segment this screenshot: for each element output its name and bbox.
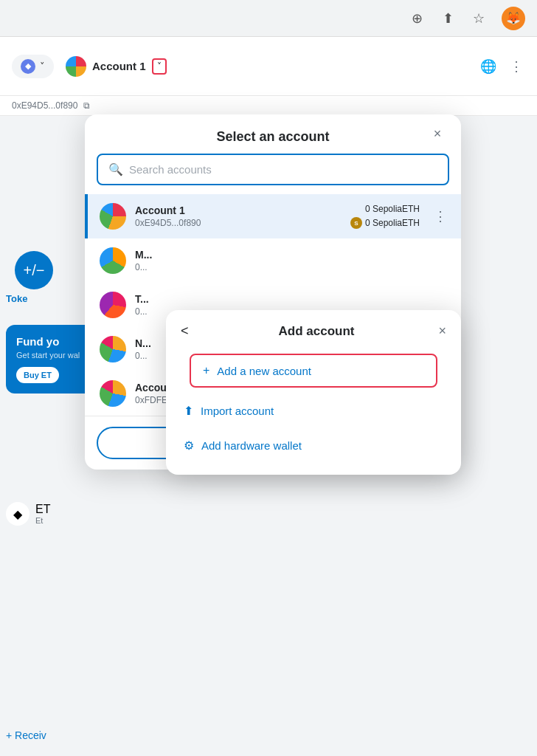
eth-token-info: ET Et [35,503,50,525]
token-tab[interactable]: Toke [6,293,27,304]
account-item-2[interactable]: M... 0... [85,238,461,283]
receive-button[interactable]: + Receiv [6,729,46,741]
close-icon: × [434,126,442,142]
chevron-down-icon: ˅ [157,61,162,72]
copy-icon[interactable]: ⧉ [83,100,90,111]
account-name-header: Account 1 [92,60,146,72]
account-balance-1: 0 SepoliaETH S 0 SepoliaETH [350,204,420,229]
select-modal-header: Select an account × [85,114,461,154]
account-name-1: Account 1 [135,205,342,216]
metamask-header: ◆ ˅ Account 1 ˅ 🌐 ⋮ [0,37,537,96]
account-avatar-5 [100,380,126,407]
add-new-account-icon: + [203,364,209,377]
sepolia-badge-1: S [350,217,362,229]
zoom-icon[interactable]: ⊕ [409,10,425,27]
account-avatar-4 [100,336,126,362]
account-more-btn-1[interactable]: ⋮ [432,207,449,225]
star-icon[interactable]: ☆ [471,10,487,27]
header-icons: 🌐 ⋮ [479,58,525,75]
chevron-left-icon: < [181,323,189,338]
add-modal-close-icon: × [438,323,446,338]
import-account-icon: ⬆ [184,404,193,418]
import-account-option[interactable]: ⬆ Import account [166,394,461,428]
add-new-account-option[interactable]: + Add a new account [190,354,437,388]
account-item-1[interactable]: Account 1 0xE94D5...0f890 0 SepoliaETH S… [85,194,461,238]
eth-list-item: ◆ ET Et [6,502,50,526]
globe-icon[interactable]: 🌐 [479,58,497,75]
add-hardware-wallet-option[interactable]: ⚙ Add hardware wallet [166,428,461,463]
add-new-account-wrapper: + Add a new account [166,348,461,394]
import-account-label: Import account [201,405,274,417]
account-name-2: M... [135,249,449,261]
hardware-wallet-icon: ⚙ [184,439,194,453]
search-box[interactable]: 🔍 Search accounts [97,154,449,185]
search-placeholder-text: Search accounts [129,163,212,176]
add-hardware-wallet-label: Add hardware wallet [201,439,302,452]
balance-row-s-1: S 0 SepoliaETH [350,217,420,229]
search-container: 🔍 Search accounts [85,154,461,194]
account-name-3: T... [135,293,449,305]
select-modal-close-button[interactable]: × [427,124,448,145]
add-account-modal: < Add account × + Add a new account ⬆ Im… [166,310,461,475]
account-info-2: M... 0... [135,249,449,272]
account-avatar-2 [100,247,126,274]
account-avatar-3 [100,292,126,318]
buy-sell-button[interactable]: +/− [15,251,53,289]
account-selector[interactable]: Account 1 ˅ [66,56,167,77]
eth-network-icon: ◆ [21,59,35,74]
account-info-1: Account 1 0xE94D5...0f890 [135,205,342,228]
add-modal-back-button[interactable]: < [181,323,189,339]
buy-eth-button[interactable]: Buy ET [16,367,59,383]
eth-token-icon: ◆ [6,502,30,526]
account-chevron-box[interactable]: ˅ [152,58,167,75]
browser-bar: ⊕ ⬆ ☆ 🦊 [0,0,537,37]
account-address-1: 0xE94D5...0f890 [135,218,342,228]
add-modal-close-button[interactable]: × [438,323,446,339]
select-modal-title: Select an account [216,129,329,145]
account-address-2: 0... [135,262,449,272]
network-selector[interactable]: ◆ ˅ [12,55,54,78]
eth-token-label: ET [35,503,50,516]
account-avatar-small [66,56,86,77]
balance-row-eth-1: 0 SepoliaETH [365,204,420,214]
account-avatar-1 [100,203,126,230]
eth-token-sub: Et [35,516,50,525]
metamask-fox-icon[interactable]: 🦊 [502,7,525,30]
add-new-account-label: Add a new account [217,365,311,377]
chevron-network: ˅ [40,61,45,72]
search-icon: 🔍 [108,162,123,176]
add-modal-header: < Add account × [166,310,461,348]
more-options-icon[interactable]: ⋮ [507,58,525,75]
address-bar: 0xE94D5...0f890 ⧉ [0,96,537,116]
add-modal-title: Add account [195,324,439,339]
share-icon[interactable]: ⬆ [440,10,456,27]
wallet-address: 0xE94D5...0f890 [12,100,77,111]
